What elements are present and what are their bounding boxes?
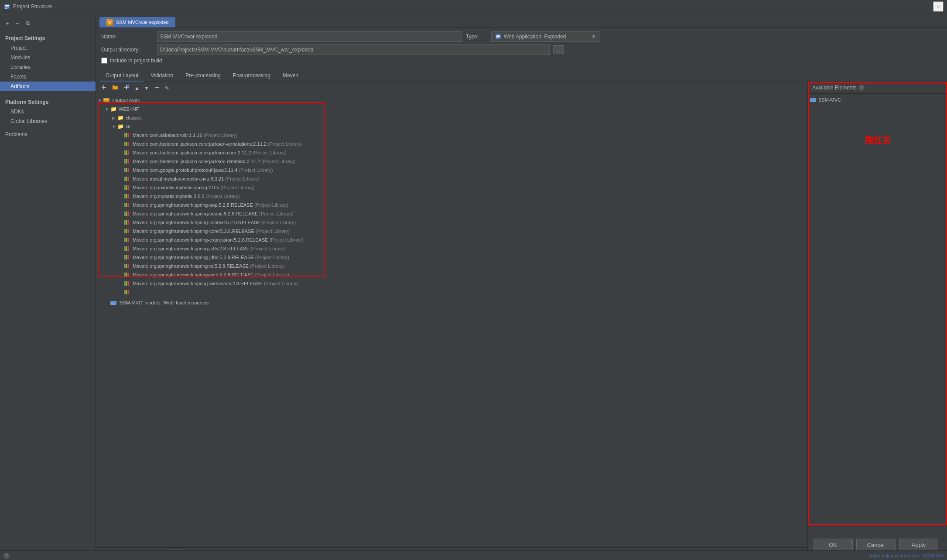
tree-item-classes[interactable]: ▶ 📁 classes bbox=[96, 113, 807, 122]
apply-button[interactable]: Apply bbox=[899, 539, 938, 551]
maven-icon-10 bbox=[124, 219, 131, 226]
sidebar-item-artifacts[interactable]: Artifacts bbox=[0, 82, 96, 91]
tree-item-maven-8[interactable]: Maven: org.springframework:spring-aop:5.… bbox=[96, 201, 807, 209]
tree-item-maven-16[interactable]: Maven: org.springframework:spring-web:5.… bbox=[96, 270, 807, 279]
tab-postprocessing[interactable]: Post-processing bbox=[227, 70, 277, 82]
tree-arrow-output-root: ▼ bbox=[98, 98, 103, 103]
tree-item-webinf[interactable]: ▼ 📁 WEB-INF bbox=[96, 105, 807, 113]
tab-maven[interactable]: Maven bbox=[277, 70, 304, 82]
tree-add-button[interactable] bbox=[99, 83, 109, 93]
svg-rect-17 bbox=[110, 301, 113, 302]
sidebar-add-button[interactable]: + bbox=[3, 19, 11, 28]
available-pane: Available Elements ? SSM-MVC bbox=[807, 82, 947, 560]
tree-item-maven-0[interactable]: Maven: com.alibaba:druid:1.1.16 (Project… bbox=[96, 131, 807, 140]
tree-item-maven-12[interactable]: Maven: org.springframework:spring-expres… bbox=[96, 236, 807, 244]
maven-icon-2 bbox=[124, 149, 131, 156]
status-url[interactable]: https://blog.csdn.net/qq_25200335 bbox=[870, 553, 944, 558]
tree-label-webinf: WEB-INF bbox=[119, 106, 139, 112]
tree-item-maven-4[interactable]: Maven: com.google.protobuf:protobuf-java… bbox=[96, 166, 807, 174]
svg-rect-11 bbox=[126, 85, 127, 89]
tree-item-maven-3[interactable]: Maven: com.fasterxml.jackson.core:jackso… bbox=[96, 157, 807, 166]
tree-item-maven-13[interactable]: Maven: org.springframework:spring-jcl:5.… bbox=[96, 244, 807, 253]
output-dir-label: Output directory: bbox=[101, 47, 154, 53]
artifact-tab-icon: W bbox=[106, 19, 113, 26]
include-build-row: Include in project build bbox=[101, 58, 942, 64]
main-layout: + − ⧉ Project Settings Project Modules L… bbox=[0, 13, 947, 560]
close-button[interactable]: × bbox=[933, 1, 944, 12]
tree-item-maven-14[interactable]: Maven: org.springframework:spring-jdbc:5… bbox=[96, 253, 807, 262]
tree-create-dir-button[interactable] bbox=[110, 83, 120, 93]
tab-preprocessing[interactable]: Pre-processing bbox=[179, 70, 227, 82]
sidebar-item-modules[interactable]: Modules bbox=[0, 53, 96, 62]
tree-item-maven-7[interactable]: Maven: org.mybatis:mybatis:3.5.5 (Projec… bbox=[96, 192, 807, 201]
available-item-ssm-mvc[interactable]: SSM-MVC bbox=[808, 96, 947, 104]
tree-item-maven-6[interactable]: Maven: org.mybatis:mybatis-spring:2.0.5 … bbox=[96, 183, 807, 192]
title-bar: Project Structure × bbox=[0, 0, 947, 13]
ok-button[interactable]: OK bbox=[814, 539, 853, 551]
tree-item-maven-10[interactable]: Maven: org.springframework:spring-contex… bbox=[96, 218, 807, 227]
tree-item-module[interactable]: 'SSM-MVC' module: 'Web' facet resources bbox=[96, 298, 807, 307]
tree-item-maven-5[interactable]: Maven: mysql:mysql-connector-java:8.0.21… bbox=[96, 174, 807, 183]
tree-label-output-root: <output root> bbox=[112, 98, 140, 103]
tree-item-output-root[interactable]: ▼ <output root> bbox=[96, 96, 807, 105]
svg-rect-14 bbox=[103, 98, 109, 102]
tree-item-maven-11[interactable]: Maven: org.springframework:spring-core:5… bbox=[96, 227, 807, 236]
svg-rect-19 bbox=[810, 98, 813, 99]
tree-add-file-button[interactable] bbox=[121, 83, 132, 93]
tree-move-up-button[interactable]: ▲ bbox=[133, 84, 141, 92]
sidebar-item-facets[interactable]: Facets bbox=[0, 72, 96, 82]
tree-item-maven-15[interactable]: Maven: org.springframework:spring-tx:5.2… bbox=[96, 262, 807, 270]
sidebar-item-sdks[interactable]: SDKs bbox=[0, 107, 96, 116]
tree-item-lib[interactable]: ▼ 📁 lib bbox=[96, 122, 807, 131]
maven-icon-18 bbox=[124, 289, 131, 296]
tree-arrow-webinf: ▼ bbox=[105, 107, 110, 112]
tab-output-layout[interactable]: Output Layout bbox=[99, 70, 144, 82]
tree-edit-button[interactable]: ✎ bbox=[163, 84, 171, 92]
type-dropdown[interactable]: Web Application: Exploded ▼ bbox=[491, 31, 600, 42]
maven-icon-15 bbox=[124, 263, 131, 270]
help-icon[interactable]: ? bbox=[858, 85, 865, 91]
tree-label-lib: lib bbox=[126, 124, 130, 129]
maven-icon-17 bbox=[124, 280, 131, 287]
tree-item-maven-1[interactable]: Maven: com.fasterxml.jackson.core:jackso… bbox=[96, 140, 807, 148]
tree-item-maven-2[interactable]: Maven: com.fasterxml.jackson.core:jackso… bbox=[96, 148, 807, 157]
maven-icon-7 bbox=[124, 193, 131, 200]
tree-move-down-button[interactable]: ▼ bbox=[142, 84, 151, 92]
maven-icon-9 bbox=[124, 210, 131, 217]
svg-rect-13 bbox=[155, 87, 159, 88]
svg-point-12 bbox=[127, 84, 130, 87]
type-dropdown-arrow-icon: ▼ bbox=[591, 34, 596, 40]
available-tree: SSM-MVC bbox=[808, 94, 947, 560]
tab-validation[interactable]: Validation bbox=[144, 70, 179, 82]
svg-rect-5 bbox=[496, 35, 500, 36]
svg-rect-7 bbox=[496, 38, 499, 38]
sidebar-item-project[interactable]: Project bbox=[0, 43, 96, 53]
tree-item-maven-18[interactable] bbox=[96, 288, 807, 297]
svg-rect-15 bbox=[104, 99, 109, 100]
content-area: W SSM-MVC:war exploded Name: Type: bbox=[96, 13, 947, 560]
name-input[interactable] bbox=[157, 31, 462, 42]
sidebar-copy-button[interactable]: ⧉ bbox=[24, 18, 32, 28]
status-help-icon[interactable]: ? bbox=[3, 553, 10, 559]
name-label: Name: bbox=[101, 34, 154, 40]
maven-icon-0 bbox=[124, 132, 131, 139]
include-build-checkbox[interactable] bbox=[101, 58, 107, 64]
sidebar-remove-button[interactable]: − bbox=[14, 19, 22, 28]
include-build-label: Include in project build bbox=[110, 58, 162, 64]
maven-icon-11 bbox=[124, 228, 131, 235]
svg-rect-6 bbox=[496, 36, 500, 37]
sidebar-item-libraries[interactable]: Libraries bbox=[0, 62, 96, 72]
sidebar-item-problems[interactable]: Problems bbox=[0, 130, 96, 139]
tree-item-maven-9[interactable]: Maven: org.springframework:spring-beans:… bbox=[96, 209, 807, 218]
tree-item-maven-17[interactable]: Maven: org.springframework:spring-webmvc… bbox=[96, 279, 807, 288]
tree-remove-button[interactable] bbox=[152, 83, 162, 93]
output-dir-browse-button[interactable]: ... bbox=[553, 45, 564, 54]
maven-icon-6 bbox=[124, 184, 131, 191]
output-dir-input[interactable] bbox=[157, 44, 550, 55]
maven-icon-8 bbox=[124, 201, 131, 208]
form-area: Name: Type: Web Application: Exploded ▼ bbox=[96, 28, 947, 70]
sidebar-item-global-libraries[interactable]: Global Libraries bbox=[0, 116, 96, 126]
cancel-button[interactable]: Cancel bbox=[856, 539, 896, 551]
artifact-tab[interactable]: W SSM-MVC:war exploded bbox=[99, 17, 175, 27]
tree-label-classes: classes bbox=[126, 115, 142, 120]
